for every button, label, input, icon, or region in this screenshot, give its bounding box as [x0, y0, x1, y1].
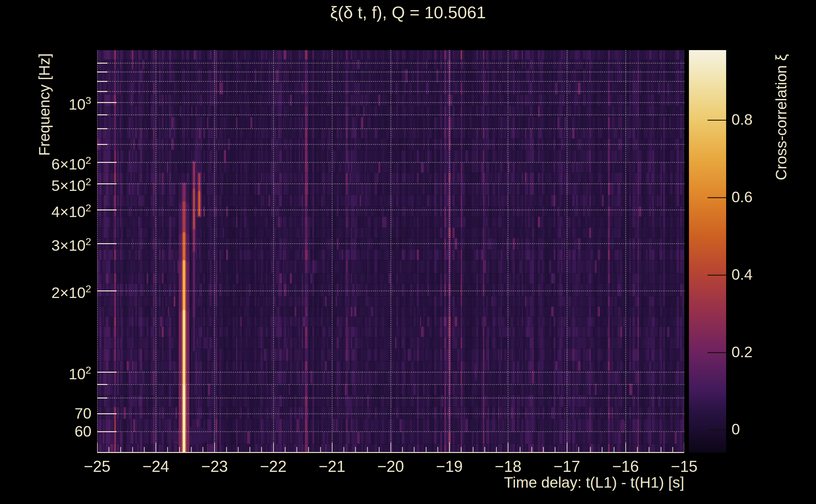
y-tick-label: 103 — [69, 93, 91, 112]
chart-title: ξ(δ t, f), Q = 10.5061 — [0, 3, 816, 22]
x-axis-title: Time delay: t(L1) - t(H1) [s] — [369, 474, 684, 491]
colorbar-tick — [708, 197, 726, 198]
x-tick-label: −23 — [189, 457, 240, 476]
x-tick-label: −24 — [130, 457, 181, 476]
colorbar-title: Cross-correlation ξ — [772, 23, 790, 212]
colorbar-tick — [708, 352, 726, 353]
y-axis-tick-labels: 1036×1025×1024×1023×1022×1021027060 — [0, 0, 93, 504]
colorbar-tick-label: 0.6 — [732, 189, 753, 205]
x-tick-label: −18 — [483, 457, 533, 476]
x-tick-label: −16 — [600, 457, 651, 476]
x-tick-label: −17 — [542, 457, 592, 476]
y-tick-label: 60 — [75, 424, 91, 439]
x-tick-label: −20 — [365, 457, 416, 476]
colorbar-tick-label: 0 — [732, 421, 740, 438]
x-tick-label: −19 — [424, 457, 474, 476]
x-tick-label: −15 — [659, 457, 710, 476]
y-tick-label: 2×102 — [51, 281, 91, 301]
x-axis-tick-labels: −25−24−23−22−21−20−19−18−17−16−15 — [0, 457, 816, 476]
colorbar-tick-label: 0.2 — [732, 344, 753, 360]
y-tick-label: 70 — [75, 406, 91, 421]
x-tick-label: −21 — [307, 457, 357, 476]
y-tick-label: 102 — [69, 362, 91, 381]
colorbar-tick — [708, 429, 726, 430]
colorbar-tick-label: 0.4 — [732, 266, 753, 283]
y-tick-label: 5×102 — [51, 174, 91, 193]
y-tick-label: 4×102 — [51, 200, 91, 219]
colorbar-tick-label: 0.8 — [732, 112, 753, 128]
spectrogram-heatmap — [97, 50, 684, 453]
x-tick-label: −22 — [248, 457, 299, 476]
y-tick-label: 3×102 — [51, 234, 91, 253]
plot-area — [97, 50, 684, 453]
y-tick-label: 6×102 — [51, 153, 91, 172]
colorbar-tick — [708, 120, 726, 121]
colorbar — [689, 50, 726, 453]
x-tick-label: −25 — [72, 457, 122, 476]
colorbar-tick — [708, 275, 726, 276]
